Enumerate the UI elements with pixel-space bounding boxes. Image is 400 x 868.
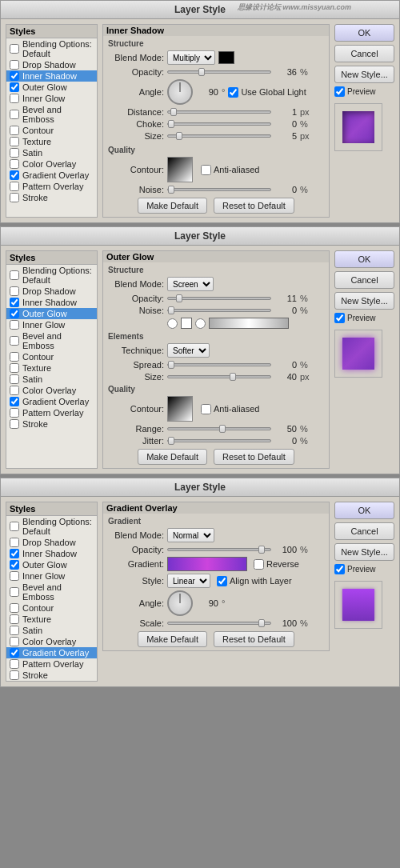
style-blending-options-1[interactable]: Blending Options: Default — [6, 38, 97, 59]
spread-slider-2[interactable] — [167, 363, 271, 366]
style-gradient-overlay-1[interactable]: Gradient Overlay — [6, 170, 97, 181]
style-bevel-2[interactable]: Bevel and Emboss — [6, 330, 97, 351]
style-inner-shadow-1[interactable]: Inner Shadow — [6, 70, 97, 82]
anti-alias-checkbox-2[interactable] — [201, 404, 211, 414]
preview-label-2[interactable]: Preview — [334, 313, 394, 323]
angle-dial-3[interactable] — [167, 590, 193, 616]
opacity-row-1: Opacity: 36 % — [108, 67, 324, 77]
ok-button-3[interactable]: OK — [334, 502, 394, 519]
contour-preview-2[interactable] — [167, 396, 193, 422]
style-gradient-overlay-2[interactable]: Gradient Overlay — [6, 396, 97, 407]
style-color-overlay-1[interactable]: Color Overlay — [6, 158, 97, 170]
style-inner-glow-1[interactable]: Inner Glow — [6, 93, 97, 104]
cancel-button-1[interactable]: Cancel — [334, 45, 394, 62]
style-satin-1[interactable]: Satin — [6, 147, 97, 158]
align-layer-label-3[interactable]: Align with Layer — [217, 576, 292, 586]
style-outer-glow-1[interactable]: Outer Glow — [6, 82, 97, 93]
ok-button-1[interactable]: OK — [334, 24, 394, 42]
style-contour-2[interactable]: Contour — [6, 351, 97, 362]
style-outer-glow-2[interactable]: Outer Glow — [6, 308, 97, 319]
blend-mode-select-2[interactable]: Screen — [167, 277, 214, 291]
color-gradient-radio-2[interactable] — [195, 318, 206, 329]
global-light-checkbox-1[interactable] — [228, 87, 238, 98]
size-slider-2[interactable] — [167, 375, 271, 378]
style-drop-shadow-1[interactable]: Drop Shadow — [6, 59, 97, 70]
style-satin-2[interactable]: Satin — [6, 374, 97, 385]
make-default-btn-3[interactable]: Make Default — [138, 631, 207, 647]
blend-mode-select-1[interactable]: Multiply — [167, 50, 215, 65]
style-gradient-overlay-3[interactable]: Gradient Overlay — [6, 647, 97, 658]
style-texture-3[interactable]: Texture — [6, 614, 97, 625]
style-inner-shadow-2[interactable]: Inner Shadow — [6, 297, 97, 308]
style-pattern-overlay-2[interactable]: Pattern Overlay — [6, 407, 97, 418]
glow-color-square-2[interactable] — [181, 318, 192, 329]
reset-default-btn-2[interactable]: Reset to Default — [214, 449, 294, 465]
new-style-button-1[interactable]: New Style... — [334, 66, 394, 83]
glow-gradient-strip-2[interactable] — [209, 318, 289, 329]
style-inner-glow-2[interactable]: Inner Glow — [6, 319, 97, 330]
align-layer-checkbox-3[interactable] — [217, 576, 227, 586]
reverse-label-3[interactable]: Reverse — [254, 559, 299, 570]
opacity-slider-3[interactable] — [167, 548, 271, 551]
jitter-slider-2[interactable] — [167, 439, 271, 442]
style-stroke-3[interactable]: Stroke — [6, 670, 97, 681]
style-select-3[interactable]: Linear — [167, 574, 210, 588]
preview-checkbox-1[interactable] — [334, 86, 345, 97]
right-panel-2: OK Cancel New Style... Preview — [334, 250, 394, 469]
style-bevel-1[interactable]: Bevel and Emboss — [6, 104, 97, 125]
style-stroke-2[interactable]: Stroke — [6, 418, 97, 430]
preview-checkbox-3[interactable] — [334, 564, 345, 574]
cancel-button-3[interactable]: Cancel — [334, 522, 394, 540]
reset-default-btn-1[interactable]: Reset to Default — [214, 198, 294, 214]
style-texture-1[interactable]: Texture — [6, 136, 97, 147]
range-slider-2[interactable] — [167, 427, 271, 430]
blend-mode-select-3[interactable]: Normal — [167, 528, 214, 542]
style-inner-shadow-3[interactable]: Inner Shadow — [6, 548, 97, 559]
contour-preview-1[interactable] — [167, 157, 193, 182]
new-style-button-3[interactable]: New Style... — [334, 543, 394, 561]
preview-label-3[interactable]: Preview — [334, 564, 394, 574]
choke-slider-1[interactable] — [167, 122, 271, 126]
style-blending-options-3[interactable]: Blending Options: Default — [6, 516, 97, 537]
ok-button-2[interactable]: OK — [334, 250, 394, 268]
style-bevel-3[interactable]: Bevel and Emboss — [6, 582, 97, 602]
make-default-btn-2[interactable]: Make Default — [138, 449, 207, 465]
reverse-checkbox-3[interactable] — [254, 559, 264, 570]
reset-default-btn-3[interactable]: Reset to Default — [214, 631, 294, 647]
style-satin-3[interactable]: Satin — [6, 625, 97, 636]
make-default-btn-1[interactable]: Make Default — [138, 198, 207, 214]
scale-slider-3[interactable] — [167, 622, 271, 625]
style-drop-shadow-2[interactable]: Drop Shadow — [6, 286, 97, 297]
opacity-slider-1[interactable] — [167, 70, 271, 74]
style-drop-shadow-3[interactable]: Drop Shadow — [6, 537, 97, 548]
blend-color-swatch-1[interactable] — [218, 51, 234, 64]
style-blending-options-2[interactable]: Blending Options: Default — [6, 265, 97, 286]
angle-dial-1[interactable] — [167, 79, 193, 105]
technique-select-2[interactable]: Softer — [167, 343, 210, 358]
style-stroke-1[interactable]: Stroke — [6, 192, 97, 203]
style-pattern-overlay-3[interactable]: Pattern Overlay — [6, 658, 97, 670]
style-contour-1[interactable]: Contour — [6, 125, 97, 136]
preview-label-1[interactable]: Preview — [334, 86, 394, 97]
anti-alias-label-2[interactable]: Anti-aliased — [201, 404, 259, 414]
noise-slider-1[interactable] — [167, 188, 271, 191]
style-contour-3[interactable]: Contour — [6, 602, 97, 614]
new-style-button-2[interactable]: New Style... — [334, 292, 394, 310]
anti-alias-checkbox-1[interactable] — [201, 165, 211, 175]
style-texture-2[interactable]: Texture — [6, 362, 97, 374]
cancel-button-2[interactable]: Cancel — [334, 271, 394, 289]
style-inner-glow-3[interactable]: Inner Glow — [6, 570, 97, 582]
opacity-slider-2[interactable] — [167, 297, 271, 300]
size-slider-1[interactable] — [167, 134, 271, 138]
distance-slider-1[interactable] — [167, 110, 271, 114]
gradient-strip-3[interactable] — [167, 557, 247, 571]
style-color-overlay-3[interactable]: Color Overlay — [6, 636, 97, 647]
style-color-overlay-2[interactable]: Color Overlay — [6, 385, 97, 396]
style-outer-glow-3[interactable]: Outer Glow — [6, 559, 97, 570]
global-light-label-1[interactable]: Use Global Light — [228, 87, 306, 98]
noise-slider-2[interactable] — [167, 309, 271, 312]
style-pattern-overlay-1[interactable]: Pattern Overlay — [6, 181, 97, 192]
preview-checkbox-2[interactable] — [334, 313, 345, 323]
anti-alias-label-1[interactable]: Anti-aliased — [201, 165, 259, 175]
color-solid-radio-2[interactable] — [167, 318, 178, 329]
